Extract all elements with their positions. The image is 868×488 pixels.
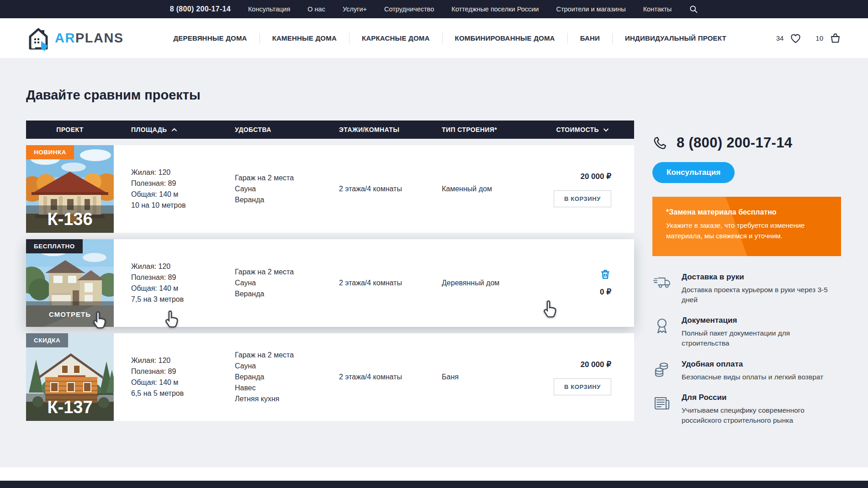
column-area-sortable[interactable]: ПЛОЩАДЬ xyxy=(114,126,218,133)
floors-cell: 2 этажа/4 комнаты xyxy=(321,333,425,421)
feature-documentation: Документация Полный пакет документации д… xyxy=(652,316,841,348)
add-to-cart-button[interactable]: В КОРЗИНУ xyxy=(554,378,611,395)
topbar-link-contacts[interactable]: Контакты xyxy=(643,5,672,13)
price-value: 20 000 ₽ xyxy=(580,359,611,370)
table-row-k137: СКИДКА К-137 Жилая: 120Полезная: 89Общая… xyxy=(26,333,634,421)
amenities-cell: Гараж на 2 местаСаунаВерандаНавесЛетняя … xyxy=(218,333,321,421)
column-project: ПРОЕКТ xyxy=(26,126,114,133)
feature-title: Удобная оплата xyxy=(682,360,823,369)
truck-icon xyxy=(652,273,672,304)
project-image-k137[interactable]: СКИДКА К-137 xyxy=(26,333,114,421)
price-cell: 20 000 ₽ В КОРЗИНУ xyxy=(545,145,634,233)
feature-delivery: Доставка в руки Доставка проекта курьеро… xyxy=(652,273,841,304)
top-utility-bar: 8 (800) 200-17-14 Консультация О нас Усл… xyxy=(0,0,868,18)
feature-title: Доставка в руки xyxy=(682,273,839,282)
topbar-link-services[interactable]: Услуги+ xyxy=(343,5,367,13)
table-row-free: БЕСПЛАТНО СМОТРЕТЬ Жилая: 120Полезная: 8… xyxy=(26,239,634,327)
badge-sale: СКИДКА xyxy=(26,333,68,347)
footer-bar xyxy=(0,481,868,488)
award-icon xyxy=(652,316,672,348)
add-to-cart-button[interactable]: В КОРЗИНУ xyxy=(554,190,611,207)
newspaper-icon xyxy=(652,393,672,425)
topbar-link-cooperation[interactable]: Сотрудничество xyxy=(384,5,434,13)
column-floors: ЭТАЖИ/КОМНАТЫ xyxy=(321,126,425,133)
price-value: 0 ₽ xyxy=(600,287,611,298)
feature-desc: Учитываем специфику современного российс… xyxy=(682,405,839,425)
trash-icon[interactable] xyxy=(599,268,611,280)
logo-house-icon xyxy=(26,26,50,51)
sidebar-phone-block: 8 (800) 200-17-14 xyxy=(652,135,841,151)
table-row-k136: НОВИНКА К-136 Жилая: 120Полезная: 89Обща… xyxy=(26,145,634,233)
nav-baths[interactable]: БАНИ xyxy=(568,34,612,42)
compare-table: ПРОЕКТ ПЛОЩАДЬ УДОБСТВА ЭТАЖИ/КОМНАТЫ ТИ… xyxy=(26,121,634,421)
feature-russia: Для России Учитываем специфику современн… xyxy=(652,393,841,425)
project-code-label: К-137 xyxy=(26,394,114,421)
column-building-type: ТИП СТРОЕНИЯ* xyxy=(425,126,545,133)
topbar-link-builders-shops[interactable]: Строители и магазины xyxy=(556,5,625,13)
promo-banner: *Замена материала бесплатно Укажите в за… xyxy=(652,197,841,256)
price-cell: 0 ₽ xyxy=(545,239,634,327)
floors-cell: 2 этажа/4 комнаты xyxy=(321,239,425,327)
feature-title: Для России xyxy=(682,393,839,402)
nav-individual-project[interactable]: ИНДИВИДУАЛЬНЫЙ ПРОЕКТ xyxy=(613,34,739,42)
project-image-k136[interactable]: НОВИНКА К-136 xyxy=(26,145,114,233)
building-type-cell: Баня xyxy=(425,333,545,421)
cart-count: 10 xyxy=(815,34,823,42)
logo-text: ARPLANS xyxy=(55,31,124,46)
sidebar-phone-number[interactable]: 8 (800) 200-17-14 xyxy=(677,135,792,151)
main-navigation: ДЕРЕВЯННЫЕ ДОМА КАМЕННЫЕ ДОМА КАРКАСНЫЕ … xyxy=(133,33,767,44)
building-type-cell: Каменный дом xyxy=(425,145,545,233)
feature-desc: Безопасные виды оплаты и легкий возврат xyxy=(682,372,823,382)
compare-table-header: ПРОЕКТ ПЛОЩАДЬ УДОБСТВА ЭТАЖИ/КОМНАТЫ ТИ… xyxy=(26,121,634,139)
page-title: Давайте сравним проекты xyxy=(26,88,201,103)
promo-body: Укажите в заказе, что требуется изменени… xyxy=(666,220,817,241)
header-counters: 34 10 xyxy=(776,32,842,44)
nav-stone-houses[interactable]: КАМЕННЫЕ ДОМА xyxy=(260,34,349,42)
cart-counter[interactable]: 10 xyxy=(815,32,842,44)
feature-payment: Удобная оплата Безопасные виды оплаты и … xyxy=(652,360,841,382)
sidebar: 8 (800) 200-17-14 Консультация *Замена м… xyxy=(652,135,841,425)
topbar-link-consultation[interactable]: Консультация xyxy=(248,5,290,13)
price-cell: 20 000 ₽ В КОРЗИНУ xyxy=(545,333,634,421)
favorites-count: 34 xyxy=(776,34,784,42)
basket-icon xyxy=(829,32,842,44)
column-amenities: УДОБСТВА xyxy=(218,126,321,133)
feature-desc: Полный пакет документации для строительс… xyxy=(682,328,839,348)
favorites-counter[interactable]: 34 xyxy=(776,32,802,44)
project-code-label: К-136 xyxy=(26,205,114,233)
amenities-cell: Гараж на 2 местаСаунаВеранда xyxy=(218,239,321,327)
sort-desc-icon xyxy=(603,128,609,132)
logo[interactable]: ARPLANS xyxy=(26,26,124,51)
main-header: ARPLANS ДЕРЕВЯННЫЕ ДОМА КАМЕННЫЕ ДОМА КА… xyxy=(0,18,868,58)
heart-icon xyxy=(789,32,802,44)
area-cell: Жилая: 120Полезная: 89Общая: 140 м10 на … xyxy=(114,145,218,233)
topbar-phone[interactable]: 8 (800) 200-17-14 xyxy=(170,5,231,13)
phone-icon xyxy=(652,136,667,151)
topbar-link-about[interactable]: О нас xyxy=(307,5,325,13)
feature-desc: Доставка проекта курьером в руки через 3… xyxy=(682,285,839,304)
building-type-cell: Деревянный дом xyxy=(425,239,545,327)
badge-new: НОВИНКА xyxy=(26,145,74,159)
nav-wooden-houses[interactable]: ДЕРЕВЯННЫЕ ДОМА xyxy=(161,34,259,42)
consultation-button[interactable]: Консультация xyxy=(652,162,735,183)
badge-free: БЕСПЛАТНО xyxy=(26,239,83,253)
features-list: Доставка в руки Доставка проекта курьеро… xyxy=(652,273,841,425)
feature-title: Документация xyxy=(682,316,839,325)
nav-combined-houses[interactable]: КОМБИНИРОВАННЫЕ ДОМА xyxy=(443,34,567,42)
column-price-sortable[interactable]: СТОИМОСТЬ xyxy=(545,126,634,133)
sort-asc-icon xyxy=(171,128,177,132)
topbar-link-cottage-villages[interactable]: Коттеджные поселки России xyxy=(451,5,539,13)
coins-icon xyxy=(652,360,672,382)
project-image-free[interactable]: БЕСПЛАТНО СМОТРЕТЬ xyxy=(26,239,114,327)
price-value: 20 000 ₽ xyxy=(580,171,611,182)
area-cell: Жилая: 120Полезная: 89Общая: 140 м7,5 на… xyxy=(114,239,218,327)
floors-cell: 2 этажа/4 комнаты xyxy=(321,145,425,233)
area-cell: Жилая: 120Полезная: 89Общая: 140 м6,5 на… xyxy=(114,333,218,421)
page: 8 (800) 200-17-14 Консультация О нас Усл… xyxy=(0,0,868,488)
view-overlay-button[interactable]: СМОТРЕТЬ xyxy=(26,301,114,327)
amenities-cell: Гараж на 2 местаСаунаВеранда xyxy=(218,145,321,233)
search-icon[interactable] xyxy=(689,5,698,14)
promo-title: *Замена материала бесплатно xyxy=(666,208,827,216)
nav-frame-houses[interactable]: КАРКАСНЫЕ ДОМА xyxy=(349,34,442,42)
